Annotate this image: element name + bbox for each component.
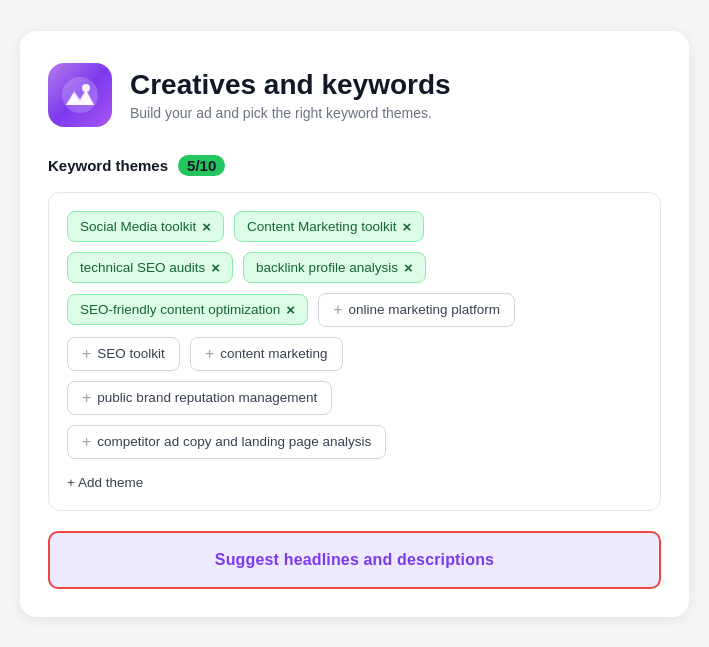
- header: Creatives and keywords Build your ad and…: [48, 63, 661, 127]
- svg-point-0: [62, 77, 98, 113]
- tag-add-content-marketing[interactable]: + content marketing: [190, 337, 343, 371]
- svg-point-1: [82, 84, 90, 92]
- add-theme-label: + Add theme: [67, 475, 143, 490]
- remove-backlink-profile-analysis-icon[interactable]: ×: [404, 260, 413, 275]
- remove-content-marketing-toolkit-icon[interactable]: ×: [402, 219, 411, 234]
- tag-add-seo-toolkit[interactable]: + SEO toolkit: [67, 337, 180, 371]
- themes-row-3: SEO-friendly content optimization × + on…: [67, 293, 642, 327]
- main-card: Creatives and keywords Build your ad and…: [20, 31, 689, 617]
- page-title: Creatives and keywords: [130, 68, 451, 102]
- themes-row-2: technical SEO audits × backlink profile …: [67, 252, 642, 283]
- plus-icon: +: [82, 345, 91, 363]
- suggest-headlines-button[interactable]: Suggest headlines and descriptions: [48, 531, 661, 589]
- tag-add-online-marketing-platform[interactable]: + online marketing platform: [318, 293, 515, 327]
- themes-row-6: + competitor ad copy and landing page an…: [67, 425, 642, 459]
- tag-label: public brand reputation management: [97, 390, 317, 405]
- tag-label: SEO toolkit: [97, 346, 165, 361]
- remove-technical-seo-audits-icon[interactable]: ×: [211, 260, 220, 275]
- keyword-themes-label: Keyword themes 5/10: [48, 155, 661, 176]
- app-logo-icon: [48, 63, 112, 127]
- themes-container: Social Media toolkit × Content Marketing…: [48, 192, 661, 511]
- tag-social-media-toolkit[interactable]: Social Media toolkit ×: [67, 211, 224, 242]
- tag-label: technical SEO audits: [80, 260, 205, 275]
- tag-backlink-profile-analysis[interactable]: backlink profile analysis ×: [243, 252, 426, 283]
- remove-social-media-toolkit-icon[interactable]: ×: [202, 219, 211, 234]
- tag-label: backlink profile analysis: [256, 260, 398, 275]
- tag-add-competitor-ad-copy[interactable]: + competitor ad copy and landing page an…: [67, 425, 386, 459]
- plus-icon: +: [82, 389, 91, 407]
- keyword-themes-text: Keyword themes: [48, 157, 168, 174]
- tag-content-marketing-toolkit[interactable]: Content Marketing toolkit ×: [234, 211, 424, 242]
- header-text: Creatives and keywords Build your ad and…: [130, 68, 451, 122]
- tag-add-public-brand-reputation[interactable]: + public brand reputation management: [67, 381, 332, 415]
- themes-row-1: Social Media toolkit × Content Marketing…: [67, 211, 642, 242]
- tag-label: Content Marketing toolkit: [247, 219, 396, 234]
- tag-label: SEO-friendly content optimization: [80, 302, 280, 317]
- plus-icon: +: [333, 301, 342, 319]
- themes-row-5: + public brand reputation management: [67, 381, 642, 415]
- remove-seo-friendly-icon[interactable]: ×: [286, 302, 295, 317]
- tag-label: Social Media toolkit: [80, 219, 196, 234]
- tag-label: competitor ad copy and landing page anal…: [97, 434, 371, 449]
- tag-seo-friendly-content-optimization[interactable]: SEO-friendly content optimization ×: [67, 294, 308, 325]
- page-subtitle: Build your ad and pick the right keyword…: [130, 105, 451, 121]
- tag-technical-seo-audits[interactable]: technical SEO audits ×: [67, 252, 233, 283]
- tag-label: content marketing: [220, 346, 327, 361]
- plus-icon: +: [82, 433, 91, 451]
- themes-row-4: + SEO toolkit + content marketing: [67, 337, 642, 371]
- add-theme-link[interactable]: + Add theme: [67, 473, 143, 492]
- tag-label: online marketing platform: [348, 302, 500, 317]
- count-badge: 5/10: [178, 155, 225, 176]
- plus-icon: +: [205, 345, 214, 363]
